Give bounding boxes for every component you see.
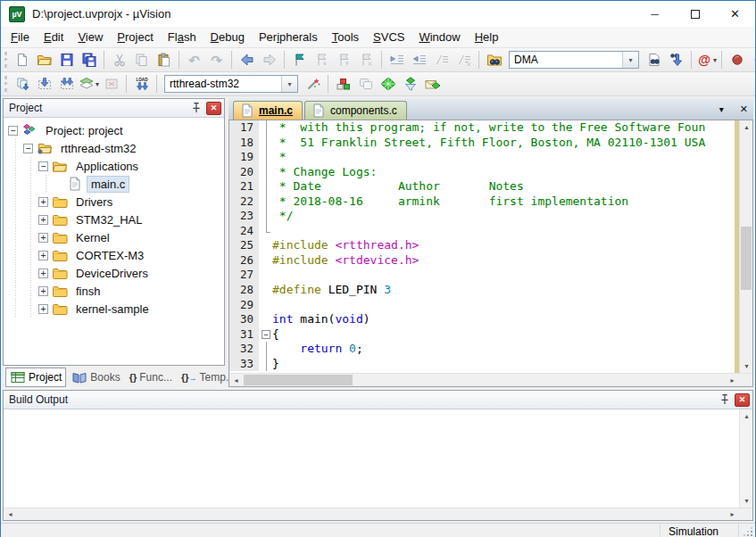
translate-icon [14, 77, 30, 91]
toolbar-grip[interactable] [4, 76, 7, 92]
menu-svcs[interactable]: SVCS [366, 30, 411, 44]
tree-item-kernel[interactable]: +Kernel [4, 228, 224, 246]
tree-item-project-project[interactable]: −Project: project [4, 121, 224, 139]
incremental-find-button[interactable] [665, 49, 687, 70]
fold-margin [261, 224, 272, 239]
find-in-files-dialog-button[interactable] [643, 49, 665, 70]
code-text: * 2018-08-16 armink first implementation [272, 194, 735, 210]
menu-project[interactable]: Project [110, 30, 160, 44]
scroll-up-icon[interactable]: ▴ [740, 409, 753, 423]
download-button[interactable]: LOAD [130, 73, 153, 95]
pack-installer-button[interactable] [421, 73, 444, 95]
pin-icon[interactable] [189, 101, 204, 115]
tree-item-stm32-hal[interactable]: +STM32_HAL [4, 211, 224, 228]
rebuild-button[interactable] [55, 73, 78, 95]
tree-item-kernel-sample[interactable]: +kernel-sample [4, 300, 224, 318]
tree-item-main-c[interactable]: main.c [4, 175, 224, 193]
scroll-down-icon[interactable]: ▾ [740, 494, 753, 508]
project-panel-close-button[interactable]: ✕ [206, 102, 221, 115]
build-output-horizontal-scrollbar[interactable]: ◂ ▸ [4, 508, 752, 520]
browse-symbols-button[interactable]: @▾ [695, 49, 718, 70]
breakpoint-disable-button[interactable] [748, 49, 755, 70]
open-file-button[interactable] [33, 49, 55, 70]
translate-button[interactable] [11, 73, 33, 95]
toolbar-grip[interactable] [4, 52, 7, 68]
target-combo-dropdown-icon[interactable]: ▾ [281, 76, 297, 92]
search-combo-dropdown-icon[interactable]: ▾ [622, 52, 638, 68]
scroll-up-icon[interactable]: ▴ [740, 120, 753, 134]
tab-list-dropdown-icon[interactable]: ▾ [711, 104, 724, 114]
bookmark-toggle-button[interactable] [288, 49, 311, 70]
editor-vertical-scrollbar[interactable]: ▴ ▾ [739, 120, 752, 373]
tree-item-applications[interactable]: −Applications [4, 157, 224, 175]
menu-peripherals[interactable]: Peripherals [252, 30, 325, 44]
breakpoint-toggle-button[interactable] [726, 49, 748, 70]
build-output-content[interactable] [4, 409, 739, 508]
menu-debug[interactable]: Debug [204, 30, 252, 44]
close-document-icon[interactable]: ✕ [732, 104, 748, 114]
toolbar-separator [478, 51, 479, 69]
menu-view[interactable]: View [71, 30, 110, 44]
scroll-thumb[interactable] [741, 227, 752, 290]
scroll-right-icon[interactable]: ▸ [726, 374, 739, 387]
panel-tab-func[interactable]: {}Func... [126, 368, 176, 387]
build-output-close-button[interactable]: ✕ [735, 393, 750, 407]
expand-icon[interactable]: + [38, 215, 48, 225]
build-button[interactable] [33, 73, 55, 95]
new-file-button[interactable] [11, 49, 33, 70]
manage-project-items-button[interactable] [332, 73, 354, 95]
tree-item-rtthread-stm32[interactable]: −rtthread-stm32 [4, 139, 224, 157]
tree-item-cortex-m3[interactable]: +CORTEX-M3 [4, 246, 224, 264]
code-view[interactable]: 17 * with this program; if not, write to… [229, 120, 739, 373]
save-all-button[interactable] [78, 49, 100, 70]
panel-tab-project[interactable]: Project [5, 368, 66, 387]
find-in-files-button[interactable] [483, 49, 505, 70]
scroll-down-icon[interactable]: ▾ [740, 359, 753, 373]
menu-window[interactable]: Window [411, 30, 467, 44]
expand-icon[interactable]: + [38, 251, 48, 260]
save-button[interactable] [55, 49, 78, 70]
editor-horizontal-scrollbar[interactable]: ◂ ▸ [229, 373, 752, 386]
scroll-right-icon[interactable]: ▸ [726, 508, 739, 521]
outdent-button[interactable] [408, 49, 430, 70]
paste-button[interactable] [153, 49, 175, 70]
editor-tab-components-c[interactable]: components.c [304, 101, 407, 120]
collapse-icon[interactable]: − [23, 144, 33, 153]
indent-button[interactable] [386, 49, 408, 70]
minimize-button[interactable]: ─ [635, 1, 675, 27]
menu-tools[interactable]: Tools [325, 30, 366, 44]
expand-icon[interactable]: + [38, 197, 48, 207]
tree-item-devicedrivers[interactable]: +DeviceDrivers [4, 264, 224, 282]
batch-build-button[interactable]: ▾ [78, 73, 100, 95]
manage-rte-button[interactable] [377, 73, 399, 95]
navigate-back-button[interactable] [236, 49, 258, 70]
paste-icon [156, 53, 172, 67]
maximize-button[interactable] [675, 1, 715, 27]
panel-tab-books[interactable]: Books [68, 368, 123, 387]
scroll-thumb[interactable] [244, 375, 353, 385]
search-combo[interactable]: DMA▾ [509, 51, 639, 69]
editor-tab-main-c[interactable]: main.c [233, 101, 303, 120]
build-output-vertical-scrollbar[interactable]: ▴ ▾ [739, 409, 752, 508]
expand-icon[interactable]: + [38, 286, 48, 296]
menu-help[interactable]: Help [468, 30, 506, 44]
expand-icon[interactable]: + [38, 304, 48, 314]
collapse-icon[interactable]: − [38, 161, 48, 171]
menu-flash[interactable]: Flash [161, 30, 204, 44]
tree-item-drivers[interactable]: +Drivers [4, 193, 224, 211]
window-controls: ─✕ [635, 1, 755, 27]
tree-item-finsh[interactable]: +finsh [4, 282, 224, 300]
menu-edit[interactable]: Edit [37, 30, 71, 44]
pin-icon[interactable] [718, 392, 732, 407]
scroll-left-icon[interactable]: ◂ [229, 374, 243, 387]
expand-icon[interactable]: + [38, 233, 48, 243]
resize-grip[interactable] [739, 524, 755, 537]
options-for-target-button[interactable] [302, 73, 324, 95]
close-button[interactable]: ✕ [715, 1, 755, 27]
select-software-packs-button[interactable] [399, 73, 421, 95]
menu-file[interactable]: File [4, 30, 37, 44]
target-combo[interactable]: rtthread-stm32▾ [164, 75, 298, 93]
scroll-left-icon[interactable]: ◂ [4, 508, 17, 521]
collapse-icon[interactable]: − [8, 126, 18, 136]
expand-icon[interactable]: + [38, 268, 48, 278]
